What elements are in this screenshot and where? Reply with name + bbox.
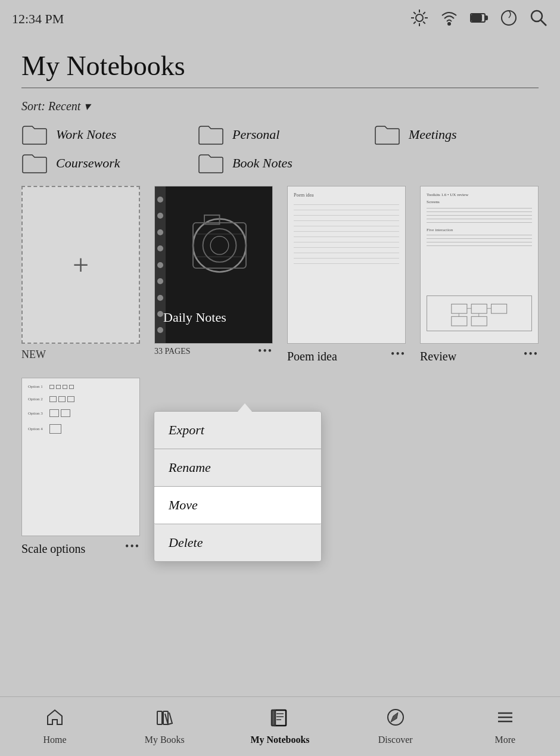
status-bar: 12:34 PM	[0, 0, 560, 38]
scale-content: Option 1 Option 2	[28, 384, 133, 441]
poem-lines	[294, 204, 399, 269]
home-icon	[45, 708, 64, 731]
nav-item-discover[interactable]: Discover	[372, 708, 419, 745]
review-thumbnail: Toolkits 1.6 • UX review Screens Five in…	[420, 186, 539, 344]
svg-rect-19	[193, 223, 246, 268]
menu-icon	[496, 708, 515, 731]
page-title: My Notebooks	[21, 50, 539, 82]
page-header: My Notebooks	[0, 38, 560, 88]
notebook-card-scale-options[interactable]: Option 1 Option 2	[21, 378, 140, 555]
folder-name-meetings: Meetings	[409, 127, 457, 142]
folder-item-coursework[interactable]: Coursework	[21, 153, 186, 174]
notebook-card-daily-notes[interactable]: Daily Notes 33 PAGES •••	[154, 186, 273, 363]
folder-name-coursework: Coursework	[56, 155, 120, 171]
svg-rect-11	[485, 16, 487, 20]
daily-notes-more-button[interactable]: •••	[258, 345, 273, 357]
folder-item-meetings[interactable]: Meetings	[374, 124, 539, 145]
svg-line-5	[413, 12, 416, 14]
svg-point-18	[210, 237, 228, 254]
sync-icon	[499, 8, 518, 30]
notebook-card-poem-idea[interactable]: Poem idea Poem idea •••	[287, 186, 406, 363]
svg-rect-26	[452, 317, 467, 326]
folder-icon	[198, 124, 224, 145]
folder-item-personal[interactable]: Personal	[198, 124, 362, 145]
folders-section: Work Notes Personal Meetings Coursework …	[0, 124, 560, 174]
svg-point-0	[416, 14, 423, 21]
svg-point-14	[531, 11, 542, 21]
folder-icon	[198, 153, 224, 174]
scale-options-title: Scale options	[21, 542, 85, 556]
nav-label-my-books: My Books	[145, 735, 185, 745]
nav-label-my-notebooks: My Notebooks	[250, 735, 309, 745]
nav-item-my-books[interactable]: My Books	[141, 708, 188, 745]
nav-item-more[interactable]: More	[481, 708, 529, 745]
folder-name-book-notes: Book Notes	[232, 155, 293, 171]
plus-icon: +	[73, 248, 89, 281]
svg-rect-32	[157, 711, 162, 724]
poem-idea-title: Poem idea	[287, 350, 337, 363]
poem-idea-thumbnail: Poem idea	[287, 186, 406, 344]
svg-line-7	[423, 12, 425, 14]
notebooks-grid: + NEW	[0, 186, 560, 363]
svg-point-17	[203, 229, 237, 262]
nav-label-home: Home	[43, 735, 67, 745]
svg-rect-25	[491, 304, 506, 314]
daily-notes-meta: 33 PAGES •••	[154, 345, 273, 357]
poem-idea-meta: Poem idea •••	[287, 345, 406, 363]
svg-rect-23	[452, 304, 467, 314]
folder-item-book-notes[interactable]: Book Notes	[198, 153, 362, 174]
review-title: Review	[420, 350, 456, 363]
svg-rect-35	[272, 710, 275, 726]
sort-button[interactable]: Sort: Recent ▾	[21, 99, 90, 113]
discover-icon	[386, 708, 405, 731]
battery-icon	[469, 8, 489, 30]
daily-notes-thumbnail: Daily Notes	[154, 186, 273, 344]
review-diagram	[427, 295, 532, 331]
nav-label-more: More	[495, 735, 516, 745]
nav-item-my-notebooks[interactable]: My Notebooks	[250, 708, 309, 745]
daily-notes-pages: 33 PAGES	[154, 347, 191, 356]
review-content: Toolkits 1.6 • UX review Screens Five in…	[427, 192, 532, 249]
context-menu-delete[interactable]: Delete	[154, 524, 321, 561]
search-icon[interactable]	[529, 8, 548, 30]
new-notebook-thumbnail[interactable]: +	[21, 186, 140, 344]
books-icon	[155, 708, 174, 731]
context-menu-arrow	[238, 403, 252, 412]
brightness-icon	[410, 8, 429, 30]
folder-icon	[21, 124, 48, 145]
review-meta: Review •••	[420, 345, 539, 363]
svg-point-16	[193, 219, 246, 272]
notebook-card-new[interactable]: + NEW	[21, 186, 140, 363]
nav-item-home[interactable]: Home	[31, 708, 79, 745]
notebooks-icon	[270, 708, 290, 731]
svg-rect-27	[471, 317, 487, 326]
status-icons	[410, 8, 548, 30]
folder-name-work-notes: Work Notes	[56, 127, 116, 142]
context-menu-export[interactable]: Export	[154, 412, 321, 449]
poem-idea-more-button[interactable]: •••	[391, 348, 406, 360]
bottom-nav: Home My Books My Notebooks	[0, 696, 560, 756]
svg-marker-40	[391, 713, 398, 722]
context-menu-move[interactable]: Move	[154, 487, 321, 524]
svg-line-6	[423, 21, 425, 24]
wifi-icon	[440, 8, 459, 30]
context-menu-rename[interactable]: Rename	[154, 449, 321, 487]
poem-title-text: Poem idea	[294, 192, 314, 198]
folder-item-work-notes[interactable]: Work Notes	[21, 124, 186, 145]
review-more-button[interactable]: •••	[524, 348, 539, 360]
folder-name-personal: Personal	[232, 127, 279, 142]
sort-bar: Sort: Recent ▾	[0, 88, 560, 124]
svg-line-8	[413, 21, 416, 24]
svg-rect-24	[471, 304, 487, 314]
context-menu: Export Rename Move Delete	[154, 411, 322, 562]
sort-chevron: ▾	[84, 99, 90, 113]
folder-icon	[374, 124, 400, 145]
svg-line-15	[541, 20, 547, 26]
scale-options-meta: Scale options •••	[21, 537, 140, 556]
scale-thumbnail: Option 1 Option 2	[21, 378, 140, 536]
scale-options-more-button[interactable]: •••	[125, 540, 140, 553]
daily-sketch-area	[169, 192, 270, 313]
folder-icon	[21, 153, 48, 174]
svg-point-9	[448, 23, 450, 25]
notebook-card-review[interactable]: Toolkits 1.6 • UX review Screens Five in…	[420, 186, 539, 363]
